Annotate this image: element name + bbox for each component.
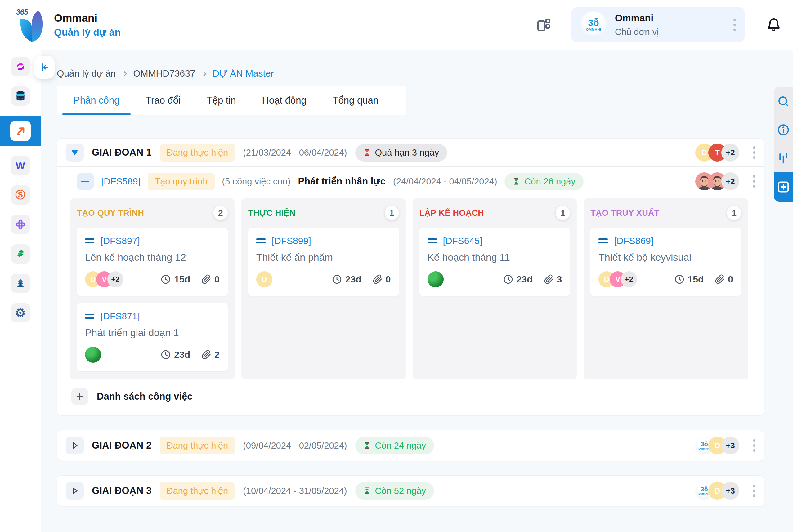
phase-avatar-stack: D T +2 xyxy=(695,144,739,162)
expand-phase-icon[interactable] xyxy=(66,482,84,500)
phase-menu-kebab-icon[interactable] xyxy=(753,484,755,497)
phase-avatar-stack: 3ỗOMMANI D +3 xyxy=(695,437,739,455)
task-card[interactable]: [DFS899] Thiết kế ấn phẩm D 23d xyxy=(248,228,399,296)
deadline-text: Quá hạn 3 ngày xyxy=(375,148,439,158)
avatar-caption: OMMANI xyxy=(586,27,601,31)
card-id-link[interactable]: [DFS645] xyxy=(443,235,482,246)
drag-handle-icon[interactable] xyxy=(598,239,608,243)
user-avatar: 3ỗ OMMANI xyxy=(580,12,607,38)
card-id-link[interactable]: [DFS897] xyxy=(100,235,140,246)
task-card[interactable]: [DFS897] Lên kế hoạch tháng 12 D V +2 xyxy=(77,228,228,296)
growth-arrow-app-icon-active[interactable] xyxy=(0,116,41,146)
card-title: Lên kế hoạch tháng 12 xyxy=(85,252,220,263)
tab-tong-quan[interactable]: Tổng quan xyxy=(319,86,391,115)
task-group-id-link[interactable]: [DFS589] xyxy=(101,176,141,187)
task-group-row: [DFS589] Tạo quy trình (5 công việc con)… xyxy=(57,167,764,194)
drag-handle-icon[interactable] xyxy=(427,239,437,243)
cross-clover-app-icon[interactable] xyxy=(11,215,30,234)
avatar-overflow-count[interactable]: +3 xyxy=(721,482,739,500)
group-avatar-stack: +2 xyxy=(695,172,739,190)
tab-hoat-dong[interactable]: Hoạt động xyxy=(249,86,319,115)
phase-dates: (21/03/2024 - 06/04/2024) xyxy=(243,148,347,158)
phase-menu-kebab-icon[interactable] xyxy=(753,146,755,159)
group-menu-kebab-icon[interactable] xyxy=(753,175,755,188)
add-task-list-row[interactable]: + Danh sách công việc xyxy=(57,379,764,415)
phase-panel-3: GIAI ĐOẠN 3 Đang thực hiện (10/04/2024 -… xyxy=(57,475,764,506)
info-icon[interactable] xyxy=(777,124,790,136)
task-card[interactable]: [DFS645] Kế hoạch tháng 11 23d xyxy=(420,228,570,296)
database-app-icon[interactable] xyxy=(11,87,30,106)
chevron-right-icon xyxy=(201,71,207,77)
right-tool-rail xyxy=(774,87,793,202)
clock-icon xyxy=(503,274,514,285)
avatar-overflow-count[interactable]: +3 xyxy=(721,437,739,455)
card-title: Thiết kế bộ keyvisual xyxy=(598,252,733,263)
breadcrumb-current[interactable]: DỰ ÁN Master xyxy=(213,68,274,79)
w-app-icon[interactable]: W xyxy=(11,156,30,175)
avatar-overflow-count[interactable]: +2 xyxy=(721,172,739,190)
phase-2-header: GIAI ĐOẠN 2 Đang thực hiện (09/04/2024 -… xyxy=(66,437,755,455)
attachments-meta: 3 xyxy=(544,274,562,285)
user-name: Ommani xyxy=(615,13,734,24)
paperclip-icon xyxy=(715,274,725,284)
tab-tep-tin[interactable]: Tệp tin xyxy=(193,86,249,115)
avatar-overflow-count[interactable]: +2 xyxy=(621,271,637,287)
drag-handle-icon[interactable] xyxy=(256,239,265,243)
deadline-text: Còn 24 ngày xyxy=(375,440,426,451)
phase-panel-1: GIAI ĐOẠN 1 Đang thực hiện (21/03/2024 -… xyxy=(57,138,764,416)
avatar-overflow-count[interactable]: +2 xyxy=(107,271,124,287)
tab-phan-cong[interactable]: Phân công xyxy=(60,86,132,115)
s-circle-app-icon[interactable]: Ⓢ xyxy=(11,185,30,205)
project-tabs: Phân công Trao đổi Tệp tin Hoạt động Tổn… xyxy=(57,86,406,115)
column-title: TẠO QUY TRÌNH xyxy=(77,208,144,218)
app-subtitle: Quản lý dự án xyxy=(54,27,121,38)
column-title: LẬP KẾ HOẠCH xyxy=(420,208,484,218)
task-card[interactable]: [DFS871] Phát triển giai đoạn 1 23d xyxy=(77,303,228,372)
drag-handle-icon[interactable] xyxy=(85,239,94,243)
card-id-link[interactable]: [DFS899] xyxy=(272,235,311,246)
clock-icon xyxy=(674,274,685,285)
bell-icon[interactable] xyxy=(766,17,781,32)
deadline-text: Còn 26 ngày xyxy=(524,176,575,187)
clock-icon xyxy=(161,274,171,285)
swirl-app-icon[interactable] xyxy=(11,57,30,76)
sidebar-collapse-button[interactable] xyxy=(34,56,55,79)
main-content: Quản lý dự án OMMHD73637 DỰ ÁN Master Ph… xyxy=(41,50,793,532)
breadcrumb-projects[interactable]: Quản lý dự án xyxy=(57,68,116,79)
card-title: Kế hoạch tháng 11 xyxy=(427,252,562,263)
tab-trao-doi[interactable]: Trao đổi xyxy=(132,86,193,115)
column-count: 1 xyxy=(727,206,741,220)
add-square-icon[interactable] xyxy=(776,180,791,194)
collapse-phase-icon[interactable] xyxy=(66,144,84,162)
leaves-app-icon[interactable] xyxy=(11,244,30,264)
user-account-chip[interactable]: 3ỗ OMMANI Ommani Chủ đơn vị xyxy=(571,7,744,42)
card-avatar-stack: D xyxy=(256,271,272,287)
card-id-link[interactable]: [DFS869] xyxy=(614,235,653,246)
pine-tree-app-icon[interactable] xyxy=(11,274,30,293)
apps-grid-icon[interactable] xyxy=(536,17,551,32)
status-badge: Đang thực hiện xyxy=(160,144,235,162)
paperclip-icon xyxy=(201,274,211,284)
duration-meta: 15d xyxy=(674,274,704,285)
column-title: TẠO TRUY XUẤT xyxy=(590,208,659,218)
drag-handle-icon[interactable] xyxy=(85,314,94,319)
user-menu-kebab-icon[interactable] xyxy=(734,19,736,31)
plus-icon[interactable]: + xyxy=(71,388,88,405)
expand-phase-icon[interactable] xyxy=(66,437,84,455)
task-card[interactable]: [DFS869] Thiết kế bộ keyvisual D V +2 xyxy=(590,228,741,296)
card-avatar-stack: D V +2 xyxy=(598,271,637,287)
avatar-overflow-count[interactable]: +2 xyxy=(721,144,739,162)
phase-3-header: GIAI ĐOẠN 3 Đang thực hiện (10/04/2024 -… xyxy=(66,482,755,500)
collapse-group-icon[interactable] xyxy=(77,173,94,190)
search-icon[interactable] xyxy=(777,95,790,108)
status-badge: Đang thực hiện xyxy=(160,482,235,500)
phase-name: GIAI ĐOẠN 3 xyxy=(92,485,152,496)
filter-bars-icon[interactable] xyxy=(777,152,790,165)
breadcrumb-project-code[interactable]: OMMHD73637 xyxy=(133,68,195,79)
gear-icon[interactable]: ⚙ xyxy=(11,303,30,322)
card-id-link[interactable]: [DFS871] xyxy=(100,311,140,322)
phase-menu-kebab-icon[interactable] xyxy=(753,439,755,452)
card-title: Thiết kế ấn phẩm xyxy=(256,252,391,263)
phase-avatar-stack: 3ỗOMMANI D +3 xyxy=(695,482,739,500)
clock-icon xyxy=(332,274,342,285)
